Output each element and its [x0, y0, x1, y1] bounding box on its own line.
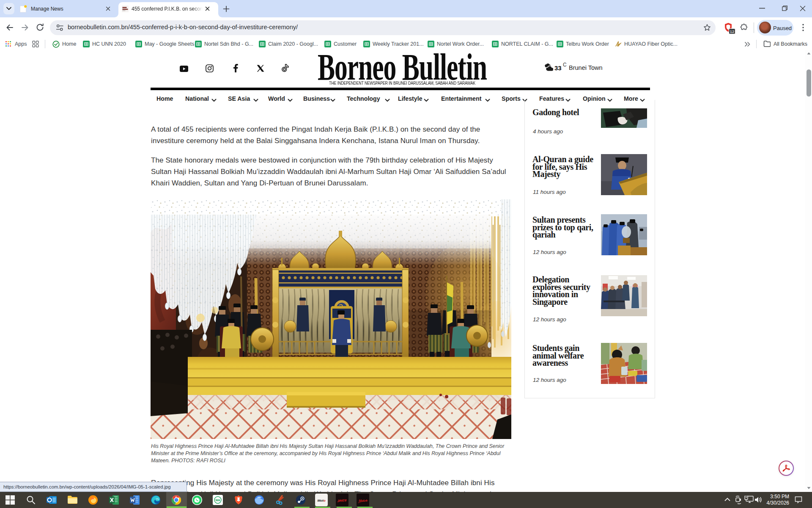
svg-text:MuL4: MuL4 [338, 499, 346, 502]
svg-text:WA: WA [215, 499, 220, 502]
svg-text:Moto: Moto [317, 499, 325, 502]
svg-text:MuL4: MuL4 [359, 499, 367, 502]
